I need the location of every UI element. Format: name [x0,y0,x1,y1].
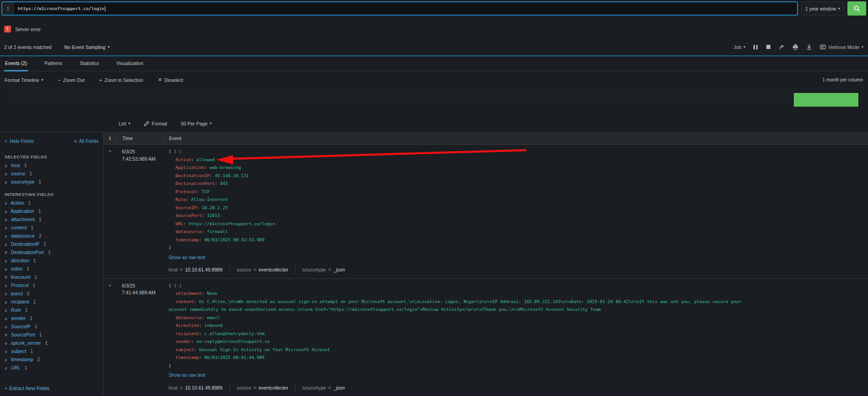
json-value: 06/03/2025 08:41:44.989 [204,355,265,360]
meta-label: sourcetype [302,384,326,392]
pause-button[interactable] [753,44,758,50]
meta-field[interactable]: host=10.10.61.45:8989 [169,384,223,392]
field-item[interactable]: a URL 1 [5,363,98,372]
time-range-picker[interactable]: 1 year window ▾ [801,1,844,16]
hide-fields-link[interactable]: < Hide Fields [5,138,34,144]
field-item[interactable]: a direction 1 [5,256,98,265]
expand-event-icon[interactable]: > [104,282,116,392]
json-value: Allow-Internet [191,197,228,202]
event-timestamp: 6/3/25 7:42:53.989 AM [116,147,165,274]
stop-button[interactable] [766,44,771,49]
server-error-label: Server error [15,27,41,32]
search-query-text[interactable]: https://m1crosoftsupport.co/login [18,6,104,11]
json-key: SourceIP [175,205,197,210]
field-item[interactable]: a content 1 [5,223,98,232]
event-date: 6/3/25 [122,148,165,156]
json-value: https://m1crosoftsupport.co/login [189,221,275,226]
show-raw-link[interactable]: Show as raw text [169,371,747,380]
meta-value: 10.10.61.45:8989 [185,266,223,274]
event-sampling-dropdown[interactable]: No Event Sampling ▾ [64,44,109,50]
search-mode-dropdown[interactable]: Verbose Mode ▾ [820,44,863,50]
server-error-row: ! Server error [4,26,868,33]
format-button[interactable]: Format [144,121,167,126]
field-type-prefix: a [5,266,10,271]
share-button[interactable] [779,44,785,50]
json-close-line: } [169,244,747,252]
json-field-line: Application: web-browsing [169,163,747,172]
json-key: Action [175,157,191,162]
tab[interactable]: Statistics [79,56,100,71]
field-item[interactable]: a recipient 1 [5,298,98,306]
x-icon: ✕ [158,77,162,83]
zoom-to-selection-button[interactable]: + Zoom to Selection [99,77,143,83]
expand-event-icon[interactable]: > [104,147,116,274]
collapse-toggle[interactable]: [-] [174,149,181,154]
collapse-toggle[interactable]: [-] [174,283,181,288]
tab[interactable]: Patterns [44,56,63,71]
zoom-out-button[interactable]: − Zoom Out [58,77,84,83]
deselect-button[interactable]: ✕ Deselect [158,77,183,83]
chevron-down-icon: ▾ [128,122,130,125]
meta-label: source [237,384,251,392]
print-button[interactable] [792,44,798,50]
json-fields: attachment: None content: Hi C.Allen,\n\… [169,289,747,362]
json-field-line: datasource: firewall [169,228,747,236]
timeline-chart[interactable] [5,84,863,108]
meta-field[interactable]: source=eventcollector [229,384,288,392]
json-key: DestinationPort [175,181,215,186]
meta-field[interactable]: sourcetype=_json [295,266,345,274]
field-item[interactable]: a DestinationIP 1 [5,240,98,248]
timeline-controls: Format Timeline ▾ − Zoom Out + Zoom to S… [0,71,868,83]
field-type-prefix: # [5,275,10,280]
field-item[interactable]: a SourceIP 1 [5,322,98,331]
json-key: Protocol [175,189,197,194]
field-item[interactable]: a sourcetype 1 [5,178,98,186]
field-item[interactable]: # linecount 1 [5,273,98,281]
timeline-histogram-bar[interactable] [794,93,858,107]
meta-label: host [169,384,178,392]
field-item[interactable]: a datasource 2 [5,232,98,240]
search-button[interactable] [847,1,866,16]
meta-field[interactable]: sourcetype=_json [295,384,345,392]
field-item[interactable]: a Application 1 [5,207,98,215]
field-item[interactable]: # DestinationPort 1 [5,248,98,256]
field-item[interactable]: # SourcePort 1 [5,331,98,339]
field-item[interactable]: a timestamp 2 [5,355,98,363]
minus-icon: − [58,77,60,83]
field-item[interactable]: a punct 2 [5,289,98,298]
pencil-icon [144,121,149,126]
job-menu[interactable]: Job ▾ [733,44,745,50]
format-timeline-dropdown[interactable]: Format Timeline ▾ [5,77,43,83]
field-item[interactable]: a Rule 1 [5,306,98,314]
job-bar: 2 of 2 events matched No Event Sampling … [4,44,863,50]
field-item[interactable]: a splunk_server 1 [5,339,98,347]
extract-new-fields-link[interactable]: + Extract New Fields [5,385,98,391]
tab[interactable]: Visualization [115,56,144,71]
field-item[interactable]: a index 1 [5,265,98,273]
meta-field[interactable]: source=eventcollector [229,266,288,274]
field-item[interactable]: a subject 1 [5,347,98,355]
json-field-line: recipient: c.allen@thetrydaily.thm [169,330,747,338]
field-item[interactable]: a Action 1 [5,199,98,207]
results-area: List ▾ Format 50 Per Page ▾ < Hide Field… [0,115,868,396]
field-item[interactable]: a source 1 [5,169,98,178]
field-item[interactable]: a sender 1 [5,314,98,322]
json-key: subject [175,347,194,352]
tab[interactable]: Events (2) [4,56,28,71]
list-view-dropdown[interactable]: List ▾ [119,121,130,126]
json-value: allowed [197,157,215,162]
field-item[interactable]: a attachment 1 [5,215,98,223]
per-page-dropdown[interactable]: 50 Per Page ▾ [181,121,212,126]
show-raw-link[interactable]: Show as raw text [169,254,747,262]
export-button[interactable] [806,44,812,50]
search-input[interactable]: 1 https://m1crosoftsupport.co/login [1,1,798,16]
field-item[interactable]: a host 1 [5,161,98,169]
field-item[interactable]: a Protocol 1 [5,281,98,289]
interesting-fields-list: a Action 1 a Application 1 a attachment … [5,199,98,372]
field-type-prefix: a [5,308,10,313]
json-key: timestamp [175,355,199,360]
meta-field[interactable]: host=10.10.61.45:8989 [169,266,223,274]
all-fields-link[interactable]: ≡ All Fields [74,138,98,144]
list-icon: ≡ [74,138,76,144]
plus-icon: + [99,77,102,83]
